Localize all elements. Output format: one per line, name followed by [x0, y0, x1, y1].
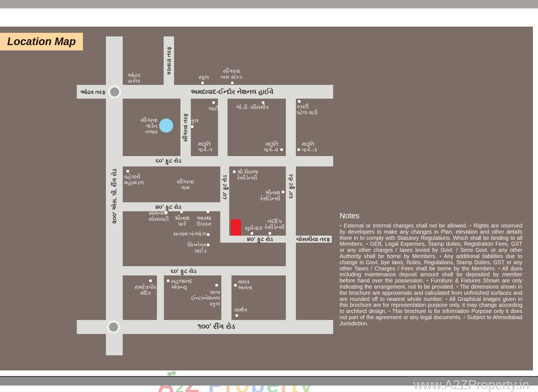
- notes-bullet-icon: •: [456, 284, 460, 290]
- satyam-bungalows: સત્યમ બંગ્લોઝ: [173, 231, 207, 237]
- notes-bullet-icon: •: [498, 265, 502, 272]
- odhav-circle: ઓઢવસર્કલ: [127, 72, 140, 84]
- notes-section: Notes • External or Internal changes sha…: [340, 212, 522, 327]
- label-60ft-lower: ૬૦' ફુટ રોડ: [171, 268, 196, 274]
- label-40ft-east: ૪૦' ફુટ રોડ: [247, 236, 273, 242]
- page-title: Location Map: [0, 33, 83, 50]
- notes-text: External or Internal changes shall not b…: [344, 222, 469, 229]
- satva-intl-school-dot: [215, 284, 218, 287]
- page-title-text: Location Map: [7, 36, 76, 48]
- notes-bullet-icon: •: [366, 241, 370, 247]
- notes-bullet-icon: •: [463, 314, 467, 320]
- sixty-feet-road-vertical: [286, 99, 296, 320]
- maruti-park-3-dot: [297, 148, 300, 151]
- signature-pride: સિગ્નેચરપ્રાઈડ: [187, 242, 207, 254]
- shrinath-residency: શ્રીનાથરેસીડેન્સી: [260, 190, 280, 201]
- label-chosmiya-taraf: ચોસમીયા તરફ: [296, 236, 330, 242]
- somnath-society-dot: [165, 211, 168, 214]
- sixty-feet-road-upper: [123, 156, 333, 166]
- notes-bullet-icon: •: [439, 253, 444, 259]
- jd-ceramic: જે.ડી. સીરામીક: [236, 104, 269, 110]
- label-80ft-road: ૮૦' ફુટ રોડ: [222, 175, 228, 200]
- sahajanand-avenue: સહજાનંદએવન્યુ: [171, 278, 193, 290]
- jd-ceramic-dot: [262, 101, 265, 104]
- madhav-ananta: માધવઅનંતા: [238, 279, 252, 291]
- shri-viraj-residency-dot: [233, 170, 236, 173]
- top-band: [0, 0, 538, 8]
- shri-viraj-residency: શ્રી વિરાજરેસીડેન્સી: [237, 169, 258, 181]
- label-odhav-taraf: ઓઢવ તરફ: [80, 89, 106, 95]
- nanddip-residency: નંદદિપરેસીડેન્સી: [265, 218, 284, 230]
- label-kathwada-taraf: કઠવાડા તરફ: [166, 47, 172, 75]
- footer-website-url: www.A2ZProperty.in: [391, 377, 529, 392]
- maruti-park-3: મારૂતિપાર્ક–૩: [302, 141, 317, 153]
- school-row1: સ્કુલ: [188, 118, 199, 124]
- notes-body: • External or Internal changes shall not…: [340, 223, 522, 327]
- school-highway-dot: [201, 82, 204, 84]
- shrinath-park: શ્રીનાથપાર્ક: [175, 215, 190, 227]
- label-60ft-vertical: ૬૦' ફુટ રોડ: [288, 174, 294, 199]
- singarva-bus-stand: સીંગરવાબસ સ્ટેન્ડ: [221, 68, 242, 80]
- vahepari-mahamandal: વહેપારીમહામંડળ: [124, 174, 144, 185]
- maruti-park-1: મારૂતિપાર્ક–૧: [198, 141, 212, 153]
- nanddip-residency-dot: [268, 232, 271, 235]
- singarva-gam: સીંગરવાગામ: [177, 179, 194, 191]
- notes-bullet-icon: •: [426, 277, 431, 284]
- notes-bullet-icon: •: [388, 308, 392, 314]
- surya-47: સુર્ય-૪૭: [245, 225, 262, 231]
- astha-upvan: આસ્થાઉપવન: [197, 215, 212, 227]
- lati: લાટી: [209, 106, 219, 112]
- sahajanand-avenue-dot: [167, 279, 170, 282]
- map-canvas: Location Map Notes • External or Interna…: [0, 27, 533, 370]
- label-singarva-taraf: સીંગરવા તરફ: [182, 113, 189, 142]
- notes-bullet-icon: •: [469, 222, 473, 229]
- label-200ft-sp-ring: ૨૦૦' એસ. પી. રીંગ રોડ: [111, 169, 118, 224]
- label-60ft-upper: ૬૦' ફુટ રોડ: [156, 157, 181, 164]
- sixty-feet-road-lower: [123, 266, 296, 275]
- notes-heading: Notes: [340, 212, 522, 220]
- lane-row4-a: [157, 275, 164, 320]
- madhav-ananta-dot: [234, 284, 237, 287]
- kachchhi-patel-vadi-dot: [298, 100, 301, 103]
- kachchhi-patel-vadi: કચ્છીપટેલ વાડી: [296, 104, 317, 115]
- satyam-bungalows-dot: [207, 233, 210, 236]
- odhav-roundabout: [110, 87, 119, 96]
- school-highway: સ્કૂલ: [198, 74, 209, 80]
- shrinath-park-dot: [180, 210, 183, 213]
- school-row1-dot: [191, 125, 194, 128]
- sarthak-dot: [235, 314, 238, 317]
- surya-47-plot: [231, 219, 241, 236]
- label-40ft-west: ૪૦' ફુટ રોડ: [156, 204, 182, 210]
- vahepari-mahamandal-dot: [126, 170, 129, 173]
- ring-road-roundabout: [109, 323, 118, 331]
- singarva-garden-lake: સીંગરવાગાર્ડનતળાવ: [140, 117, 157, 135]
- shrinath-residency-dot: [282, 191, 284, 193]
- astha-upvan-dot: [207, 210, 209, 213]
- lane-between-lati-jd: [218, 99, 228, 157]
- surya-47-dot: [251, 232, 253, 235]
- maruti-park-2-dot: [280, 148, 283, 151]
- singarva-garden-lake-circle: [159, 119, 173, 133]
- ramdevpir-mandir: રામદેવપીરમંદિર: [134, 284, 156, 296]
- signature-pride-dot: [207, 243, 210, 246]
- satva-intl-school: સત્વઈન્ટરનેશનલસ્કુલ: [191, 289, 220, 307]
- notes-bullet-icon: •: [340, 222, 344, 229]
- notes-bullet-icon: •: [446, 296, 449, 302]
- ramdevpir-mandir-dot: [149, 279, 152, 282]
- lati-dot: [212, 101, 215, 104]
- brochure-page: Location Map Notes • External or Interna…: [0, 0, 538, 392]
- lane-row4-b: [221, 275, 231, 320]
- label-national-highway: અમદાવાદ-ઈન્દોર નેશનલ હાઈવે: [191, 88, 273, 96]
- label-100ft-ring-road: ૧૦૦' રીંગ રોડ: [198, 322, 235, 331]
- sarthak: સાર્થક: [234, 307, 248, 313]
- singarva-bus-stand-dot: [231, 82, 234, 84]
- maruti-park-2: મારૂતિપાર્ક–૨: [264, 141, 278, 153]
